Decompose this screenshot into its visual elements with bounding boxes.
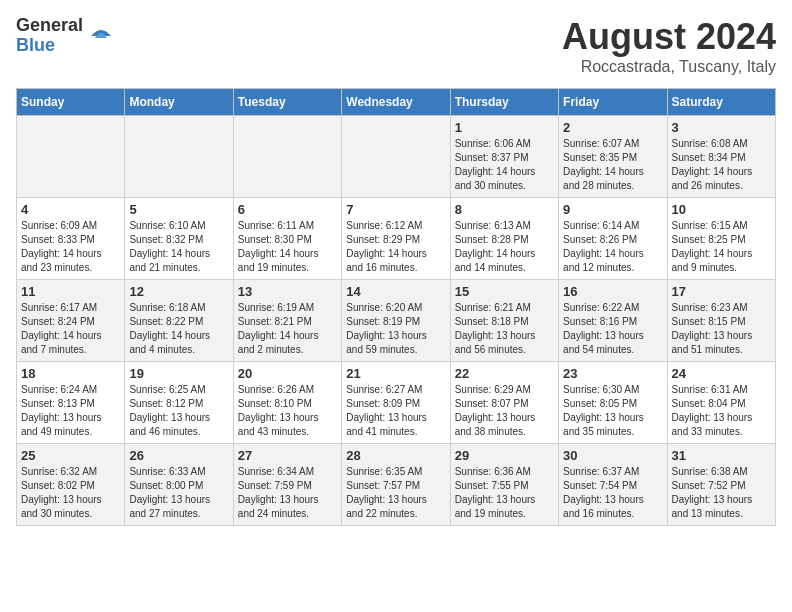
day-info: Sunrise: 6:22 AM Sunset: 8:16 PM Dayligh… bbox=[563, 301, 662, 357]
day-cell: 11Sunrise: 6:17 AM Sunset: 8:24 PM Dayli… bbox=[17, 280, 125, 362]
day-info: Sunrise: 6:07 AM Sunset: 8:35 PM Dayligh… bbox=[563, 137, 662, 193]
day-info: Sunrise: 6:14 AM Sunset: 8:26 PM Dayligh… bbox=[563, 219, 662, 275]
day-info: Sunrise: 6:09 AM Sunset: 8:33 PM Dayligh… bbox=[21, 219, 120, 275]
page-header: General Blue August 2024 Roccastrada, Tu… bbox=[16, 16, 776, 76]
day-cell: 13Sunrise: 6:19 AM Sunset: 8:21 PM Dayli… bbox=[233, 280, 341, 362]
day-info: Sunrise: 6:34 AM Sunset: 7:59 PM Dayligh… bbox=[238, 465, 337, 521]
day-number: 12 bbox=[129, 284, 228, 299]
day-info: Sunrise: 6:25 AM Sunset: 8:12 PM Dayligh… bbox=[129, 383, 228, 439]
day-info: Sunrise: 6:08 AM Sunset: 8:34 PM Dayligh… bbox=[672, 137, 771, 193]
day-cell: 19Sunrise: 6:25 AM Sunset: 8:12 PM Dayli… bbox=[125, 362, 233, 444]
day-info: Sunrise: 6:12 AM Sunset: 8:29 PM Dayligh… bbox=[346, 219, 445, 275]
week-row-1: 1Sunrise: 6:06 AM Sunset: 8:37 PM Daylig… bbox=[17, 116, 776, 198]
day-cell bbox=[233, 116, 341, 198]
day-number: 20 bbox=[238, 366, 337, 381]
day-info: Sunrise: 6:26 AM Sunset: 8:10 PM Dayligh… bbox=[238, 383, 337, 439]
day-cell: 12Sunrise: 6:18 AM Sunset: 8:22 PM Dayli… bbox=[125, 280, 233, 362]
day-number: 22 bbox=[455, 366, 554, 381]
day-info: Sunrise: 6:19 AM Sunset: 8:21 PM Dayligh… bbox=[238, 301, 337, 357]
day-cell: 5Sunrise: 6:10 AM Sunset: 8:32 PM Daylig… bbox=[125, 198, 233, 280]
day-info: Sunrise: 6:11 AM Sunset: 8:30 PM Dayligh… bbox=[238, 219, 337, 275]
day-info: Sunrise: 6:31 AM Sunset: 8:04 PM Dayligh… bbox=[672, 383, 771, 439]
week-row-2: 4Sunrise: 6:09 AM Sunset: 8:33 PM Daylig… bbox=[17, 198, 776, 280]
day-cell bbox=[342, 116, 450, 198]
week-row-4: 18Sunrise: 6:24 AM Sunset: 8:13 PM Dayli… bbox=[17, 362, 776, 444]
day-info: Sunrise: 6:24 AM Sunset: 8:13 PM Dayligh… bbox=[21, 383, 120, 439]
logo-general: General bbox=[16, 16, 83, 36]
day-number: 15 bbox=[455, 284, 554, 299]
day-cell bbox=[125, 116, 233, 198]
day-cell: 16Sunrise: 6:22 AM Sunset: 8:16 PM Dayli… bbox=[559, 280, 667, 362]
day-info: Sunrise: 6:15 AM Sunset: 8:25 PM Dayligh… bbox=[672, 219, 771, 275]
day-number: 13 bbox=[238, 284, 337, 299]
day-number: 8 bbox=[455, 202, 554, 217]
day-cell: 10Sunrise: 6:15 AM Sunset: 8:25 PM Dayli… bbox=[667, 198, 775, 280]
day-cell: 28Sunrise: 6:35 AM Sunset: 7:57 PM Dayli… bbox=[342, 444, 450, 526]
day-number: 4 bbox=[21, 202, 120, 217]
day-info: Sunrise: 6:20 AM Sunset: 8:19 PM Dayligh… bbox=[346, 301, 445, 357]
day-info: Sunrise: 6:38 AM Sunset: 7:52 PM Dayligh… bbox=[672, 465, 771, 521]
day-number: 19 bbox=[129, 366, 228, 381]
day-info: Sunrise: 6:35 AM Sunset: 7:57 PM Dayligh… bbox=[346, 465, 445, 521]
day-cell: 7Sunrise: 6:12 AM Sunset: 8:29 PM Daylig… bbox=[342, 198, 450, 280]
day-number: 27 bbox=[238, 448, 337, 463]
day-number: 31 bbox=[672, 448, 771, 463]
day-cell: 3Sunrise: 6:08 AM Sunset: 8:34 PM Daylig… bbox=[667, 116, 775, 198]
header-tuesday: Tuesday bbox=[233, 89, 341, 116]
logo-blue: Blue bbox=[16, 36, 83, 56]
day-info: Sunrise: 6:13 AM Sunset: 8:28 PM Dayligh… bbox=[455, 219, 554, 275]
day-cell: 9Sunrise: 6:14 AM Sunset: 8:26 PM Daylig… bbox=[559, 198, 667, 280]
main-title: August 2024 bbox=[562, 16, 776, 58]
day-number: 5 bbox=[129, 202, 228, 217]
day-info: Sunrise: 6:18 AM Sunset: 8:22 PM Dayligh… bbox=[129, 301, 228, 357]
day-number: 11 bbox=[21, 284, 120, 299]
day-cell: 18Sunrise: 6:24 AM Sunset: 8:13 PM Dayli… bbox=[17, 362, 125, 444]
day-info: Sunrise: 6:33 AM Sunset: 8:00 PM Dayligh… bbox=[129, 465, 228, 521]
day-cell: 21Sunrise: 6:27 AM Sunset: 8:09 PM Dayli… bbox=[342, 362, 450, 444]
day-number: 29 bbox=[455, 448, 554, 463]
day-info: Sunrise: 6:17 AM Sunset: 8:24 PM Dayligh… bbox=[21, 301, 120, 357]
day-info: Sunrise: 6:32 AM Sunset: 8:02 PM Dayligh… bbox=[21, 465, 120, 521]
day-cell: 20Sunrise: 6:26 AM Sunset: 8:10 PM Dayli… bbox=[233, 362, 341, 444]
header-monday: Monday bbox=[125, 89, 233, 116]
day-info: Sunrise: 6:06 AM Sunset: 8:37 PM Dayligh… bbox=[455, 137, 554, 193]
day-number: 21 bbox=[346, 366, 445, 381]
day-cell: 4Sunrise: 6:09 AM Sunset: 8:33 PM Daylig… bbox=[17, 198, 125, 280]
header-row: Sunday Monday Tuesday Wednesday Thursday… bbox=[17, 89, 776, 116]
day-number: 1 bbox=[455, 120, 554, 135]
day-cell: 1Sunrise: 6:06 AM Sunset: 8:37 PM Daylig… bbox=[450, 116, 558, 198]
day-info: Sunrise: 6:36 AM Sunset: 7:55 PM Dayligh… bbox=[455, 465, 554, 521]
day-number: 26 bbox=[129, 448, 228, 463]
day-number: 10 bbox=[672, 202, 771, 217]
day-number: 23 bbox=[563, 366, 662, 381]
calendar-header: Sunday Monday Tuesday Wednesday Thursday… bbox=[17, 89, 776, 116]
day-cell: 15Sunrise: 6:21 AM Sunset: 8:18 PM Dayli… bbox=[450, 280, 558, 362]
week-row-5: 25Sunrise: 6:32 AM Sunset: 8:02 PM Dayli… bbox=[17, 444, 776, 526]
calendar-table: Sunday Monday Tuesday Wednesday Thursday… bbox=[16, 88, 776, 526]
header-friday: Friday bbox=[559, 89, 667, 116]
day-cell: 14Sunrise: 6:20 AM Sunset: 8:19 PM Dayli… bbox=[342, 280, 450, 362]
day-cell: 30Sunrise: 6:37 AM Sunset: 7:54 PM Dayli… bbox=[559, 444, 667, 526]
calendar-body: 1Sunrise: 6:06 AM Sunset: 8:37 PM Daylig… bbox=[17, 116, 776, 526]
day-info: Sunrise: 6:37 AM Sunset: 7:54 PM Dayligh… bbox=[563, 465, 662, 521]
day-cell: 31Sunrise: 6:38 AM Sunset: 7:52 PM Dayli… bbox=[667, 444, 775, 526]
day-number: 18 bbox=[21, 366, 120, 381]
day-info: Sunrise: 6:27 AM Sunset: 8:09 PM Dayligh… bbox=[346, 383, 445, 439]
day-number: 6 bbox=[238, 202, 337, 217]
day-number: 24 bbox=[672, 366, 771, 381]
day-cell: 27Sunrise: 6:34 AM Sunset: 7:59 PM Dayli… bbox=[233, 444, 341, 526]
day-number: 17 bbox=[672, 284, 771, 299]
day-cell: 26Sunrise: 6:33 AM Sunset: 8:00 PM Dayli… bbox=[125, 444, 233, 526]
day-number: 16 bbox=[563, 284, 662, 299]
header-wednesday: Wednesday bbox=[342, 89, 450, 116]
day-cell: 23Sunrise: 6:30 AM Sunset: 8:05 PM Dayli… bbox=[559, 362, 667, 444]
logo: General Blue bbox=[16, 16, 115, 56]
day-number: 30 bbox=[563, 448, 662, 463]
day-number: 28 bbox=[346, 448, 445, 463]
day-number: 3 bbox=[672, 120, 771, 135]
header-thursday: Thursday bbox=[450, 89, 558, 116]
day-number: 9 bbox=[563, 202, 662, 217]
day-cell: 17Sunrise: 6:23 AM Sunset: 8:15 PM Dayli… bbox=[667, 280, 775, 362]
day-number: 14 bbox=[346, 284, 445, 299]
day-info: Sunrise: 6:23 AM Sunset: 8:15 PM Dayligh… bbox=[672, 301, 771, 357]
